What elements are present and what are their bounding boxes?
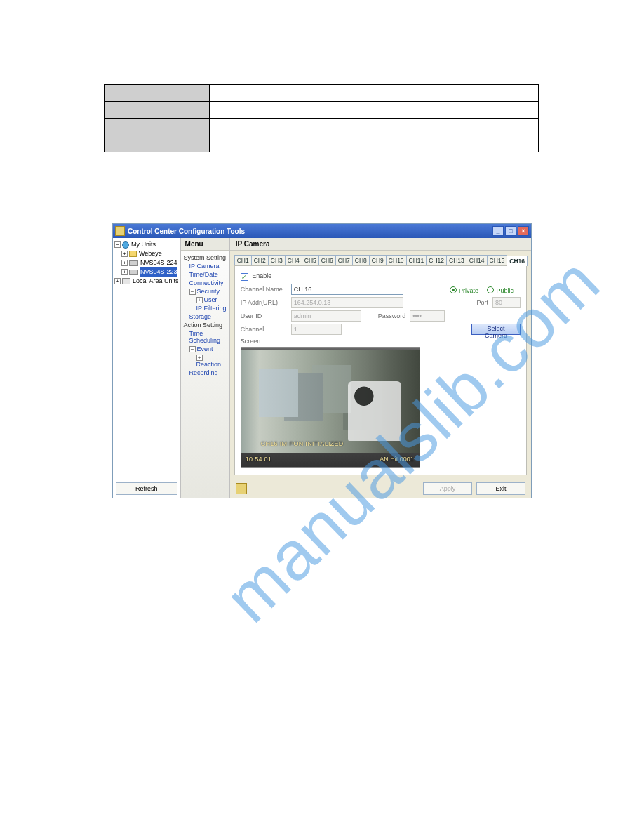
window-title: Control Center Configuration Tools — [128, 227, 245, 235]
osd-line-2: 10:54:01 — [246, 456, 271, 463]
tab-ch9[interactable]: CH9 — [369, 255, 387, 265]
tab-ch5[interactable]: CH5 — [302, 255, 319, 265]
app-icon — [115, 226, 125, 236]
tab-ch4[interactable]: CH4 — [285, 255, 302, 265]
menu-connectivity[interactable]: Connectivity — [184, 279, 227, 287]
menu-list: System Setting IP Camera Time/Date Conne… — [181, 251, 229, 380]
table-row — [105, 85, 539, 102]
config-window: Control Center Configuration Tools _ □ ×… — [112, 223, 532, 498]
unit-tree[interactable]: −My Units +Webeye +NVS04S-224 +NVS04S-22… — [113, 238, 180, 479]
menu-header: Menu — [181, 238, 229, 251]
collapse-icon[interactable]: − — [189, 289, 196, 295]
device-icon — [129, 260, 138, 266]
channel-label: Channel — [241, 326, 291, 333]
tab-ch12[interactable]: CH12 — [426, 255, 447, 265]
osd-line-3: AN Hit:0001 — [380, 456, 414, 463]
globe-icon — [122, 241, 129, 249]
private-label: Private — [459, 287, 478, 294]
tree-root-myunits[interactable]: My Units — [131, 240, 156, 249]
public-radio[interactable] — [487, 286, 494, 293]
lan-icon — [122, 278, 130, 284]
channel-tabs: CH1 CH2 CH3 CH4 CH5 CH6 CH7 CH8 CH9 CH10… — [230, 251, 531, 265]
menu-time-date[interactable]: Time/Date — [184, 270, 227, 279]
expand-icon[interactable]: + — [196, 355, 203, 361]
tree-root-lan[interactable]: Local Area Units — [133, 277, 179, 286]
menu-column: Menu System Setting IP Camera Time/Date … — [181, 238, 230, 498]
expand-icon[interactable]: + — [196, 297, 203, 303]
close-button[interactable]: × — [518, 226, 529, 236]
main-header: IP Camera — [230, 238, 531, 251]
osd-line-1: CH16 IM PON INITIALIZED — [261, 440, 344, 447]
menu-storage[interactable]: Storage — [184, 312, 227, 321]
footer-bar: Apply Exit — [230, 479, 531, 498]
userid-input — [291, 310, 361, 322]
table-row — [105, 119, 539, 135]
main-pane: IP Camera CH1 CH2 CH3 CH4 CH5 CH6 CH7 CH… — [230, 238, 531, 498]
tab-ch8[interactable]: CH8 — [352, 255, 370, 265]
tree-unit-2[interactable]: NVS04S-223 — [140, 267, 177, 277]
table-row — [105, 102, 539, 119]
userid-label: User ID — [241, 312, 291, 319]
expand-icon[interactable]: + — [121, 269, 128, 275]
tab-ch13[interactable]: CH13 — [446, 255, 467, 265]
menu-reaction[interactable]: Reaction — [196, 361, 222, 368]
device-icon — [129, 270, 138, 275]
password-label: Password — [378, 312, 406, 319]
folder-icon — [129, 251, 137, 257]
menu-security[interactable]: Security — [197, 288, 220, 295]
footer-icon — [236, 483, 247, 494]
menu-time-scheduling[interactable]: Time Scheduling — [184, 329, 227, 345]
tree-unit-1[interactable]: NVS04S-224 — [140, 258, 177, 267]
menu-action-setting[interactable]: Action Setting — [184, 321, 227, 329]
menu-ip-filtering[interactable]: IP Filtering — [184, 304, 227, 312]
menu-ip-camera[interactable]: IP Camera — [184, 262, 227, 270]
screen-label: Screen — [241, 338, 261, 345]
titlebar[interactable]: Control Center Configuration Tools _ □ × — [113, 224, 531, 238]
port-input — [492, 297, 521, 308]
screen-preview: CH16 IM PON INITIALIZED 10:54:01 AN Hit:… — [241, 347, 420, 468]
ip-label: IP Addr(URL) — [241, 299, 291, 306]
refresh-button[interactable]: Refresh — [116, 482, 177, 495]
expand-icon[interactable]: + — [114, 278, 121, 284]
apply-button[interactable]: Apply — [423, 482, 472, 495]
tab-ch2[interactable]: CH2 — [251, 255, 269, 265]
private-radio[interactable] — [450, 286, 457, 293]
collapse-icon[interactable]: − — [114, 241, 121, 248]
select-camera-button[interactable]: Select Camera — [471, 324, 521, 335]
maximize-button[interactable]: □ — [505, 226, 516, 236]
menu-recording[interactable]: Recording — [184, 369, 227, 377]
tree-column: −My Units +Webeye +NVS04S-224 +NVS04S-22… — [113, 238, 181, 498]
channel-name-label: Channel Name — [241, 286, 291, 293]
tab-ch6[interactable]: CH6 — [318, 255, 336, 265]
password-input — [410, 310, 445, 322]
expand-icon[interactable]: + — [121, 251, 128, 257]
tab-ch15[interactable]: CH15 — [487, 255, 508, 265]
tab-ch16[interactable]: CH16 — [507, 256, 528, 266]
exit-button[interactable]: Exit — [476, 482, 525, 495]
minimize-button[interactable]: _ — [492, 226, 504, 236]
tab-ch11[interactable]: CH11 — [406, 255, 427, 265]
ip-input — [291, 297, 403, 308]
tab-ch10[interactable]: CH10 — [386, 255, 407, 265]
enable-label: Enable — [252, 272, 271, 279]
channel-select — [291, 324, 342, 335]
tab-ch14[interactable]: CH14 — [467, 255, 488, 265]
public-label: Public — [496, 287, 514, 294]
tab-ch7[interactable]: CH7 — [335, 255, 353, 265]
collapse-icon[interactable]: − — [189, 346, 196, 352]
menu-event[interactable]: Event — [197, 345, 213, 352]
channel-name-input[interactable] — [291, 284, 403, 295]
upper-table — [104, 84, 539, 152]
tree-group-webeye[interactable]: Webeye — [139, 249, 162, 258]
tab-ch1[interactable]: CH1 — [234, 255, 252, 265]
channel-panel: ✓ Enable Channel Name Private Public IP … — [234, 265, 527, 475]
port-label: Port — [476, 299, 488, 306]
tab-ch3[interactable]: CH3 — [268, 255, 286, 265]
table-row — [105, 135, 539, 152]
menu-user[interactable]: User — [204, 296, 217, 303]
menu-system-setting[interactable]: System Setting — [184, 253, 227, 262]
expand-icon[interactable]: + — [121, 260, 128, 266]
enable-checkbox[interactable]: ✓ — [241, 273, 248, 281]
